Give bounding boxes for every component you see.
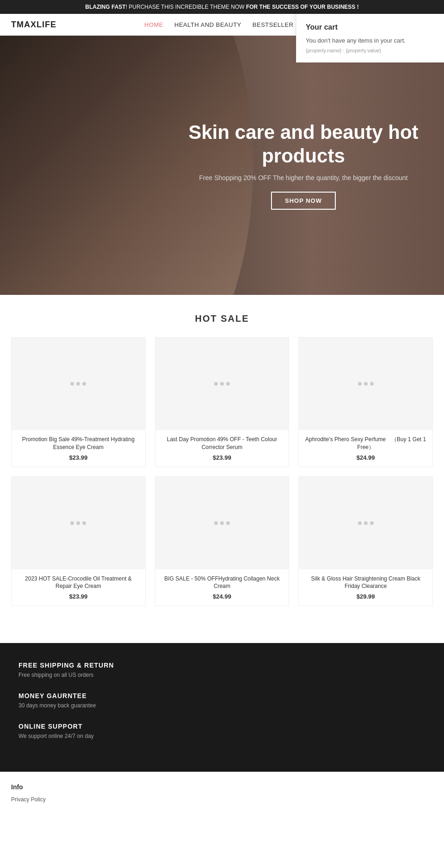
product-price-4: $24.99 (161, 593, 284, 600)
feature-guarantee-desc: 30 days money back guarantee (18, 702, 426, 709)
dot (76, 521, 80, 525)
dot (70, 382, 74, 386)
loading-dots-3 (70, 521, 86, 525)
product-price-5: $29.99 (304, 593, 427, 600)
product-grid-top: Promotion Big Sale 49%-Treatment Hydrati… (11, 337, 433, 467)
shop-now-button[interactable]: SHOP NOW (271, 192, 336, 210)
logo[interactable]: TMAXLIFE (11, 20, 56, 30)
product-image-0 (12, 337, 145, 430)
product-name-2: Aphrodite's Phero Sexy Perfume （Buy 1 Ge… (304, 436, 427, 451)
dot (70, 521, 74, 525)
nav-bestseller[interactable]: BESTSELLER (253, 21, 294, 28)
footer-info-label: Info (11, 783, 433, 791)
privacy-policy-link[interactable]: Privacy Policy (11, 796, 46, 803)
product-grid-bottom: 2023 HOT SALE-Crocodile Oil Treatment & … (11, 476, 433, 606)
product-image-5 (299, 477, 432, 569)
dot (226, 382, 230, 386)
cart-title: Your cart (306, 23, 435, 31)
feature-shipping-desc: Free shipping on all US orders (18, 672, 426, 678)
dot (226, 521, 230, 525)
loading-dots-5 (358, 521, 374, 525)
product-price-3: $23.99 (17, 593, 140, 600)
dot (214, 382, 218, 386)
dot (82, 521, 86, 525)
nav-home[interactable]: HOME (144, 21, 163, 28)
feature-shipping-title: FREE SHIPPING & RETURN (18, 662, 426, 669)
product-card-4[interactable]: BIG SALE - 50% OFFHydrating Collagen Nec… (155, 476, 290, 606)
dot (370, 382, 374, 386)
hero-section: Skin care and beauty hot products Free S… (0, 36, 444, 295)
hot-sale-title: HOT SALE (11, 313, 433, 324)
cart-sidebar: Your cart You don't have any items in yo… (296, 14, 444, 62)
feature-support-title: ONLINE SUPPORT (18, 723, 426, 730)
product-name-1: Last Day Promotion 49% OFF - Teeth Colou… (161, 436, 284, 451)
site-header: TMAXLIFE HOME HEALTH AND BEAUTY BESTSELL… (0, 14, 444, 36)
product-name-4: BIG SALE - 50% OFFHydrating Collagen Nec… (161, 575, 284, 591)
product-info-2: Aphrodite's Phero Sexy Perfume （Buy 1 Ge… (299, 430, 432, 467)
features-section: FREE SHIPPING & RETURN Free shipping on … (0, 643, 444, 772)
product-image-4 (155, 477, 289, 569)
product-info-4: BIG SALE - 50% OFFHydrating Collagen Nec… (155, 569, 289, 606)
loading-dots-0 (70, 382, 86, 386)
loading-dots-2 (358, 382, 374, 386)
feature-shipping: FREE SHIPPING & RETURN Free shipping on … (18, 662, 426, 678)
product-info-1: Last Day Promotion 49% OFF - Teeth Colou… (155, 430, 289, 467)
dot (220, 382, 224, 386)
product-info-5: Silk & Gloss Hair Straightening Cream Bl… (299, 569, 432, 606)
product-card-2[interactable]: Aphrodite's Phero Sexy Perfume （Buy 1 Ge… (298, 337, 433, 467)
announcement-middle: ! PURCHASE THIS INCREDIBLE THEME NOW (126, 4, 246, 10)
cart-empty-message: You don't have any items in your cart. (306, 37, 435, 44)
product-name-3: 2023 HOT SALE-Crocodile Oil Treatment & … (17, 575, 140, 591)
loading-dots-4 (214, 521, 230, 525)
dot (358, 521, 362, 525)
dot (364, 521, 368, 525)
hot-sale-section: HOT SALE Promotion Big Sale 49%-Treatmen… (0, 295, 444, 634)
product-card-0[interactable]: Promotion Big Sale 49%-Treatment Hydrati… (11, 337, 146, 467)
product-card-5[interactable]: Silk & Gloss Hair Straightening Cream Bl… (298, 476, 433, 606)
dot (370, 521, 374, 525)
hero-content: Skin care and beauty hot products Free S… (181, 121, 426, 210)
loading-dots-1 (214, 382, 230, 386)
product-price-2: $24.99 (304, 454, 427, 461)
product-price-0: $23.99 (17, 454, 140, 461)
dot (214, 521, 218, 525)
cart-property-placeholder: {property.name} : {property.value} (306, 48, 435, 53)
product-name-0: Promotion Big Sale 49%-Treatment Hydrati… (17, 436, 140, 451)
announcement-bar: BLAZING FAST! PURCHASE THIS INCREDIBLE T… (0, 0, 444, 14)
feature-guarantee: MONEY GAURNTEE 30 days money back guaran… (18, 692, 426, 709)
hero-subtitle: Free Shopping 20% OFF The higher the qua… (181, 174, 426, 181)
product-price-1: $23.99 (161, 454, 284, 461)
dot (364, 382, 368, 386)
announcement-suffix: FOR THE SUCCESS OF YOUR BUSINESS ! (246, 4, 359, 10)
feature-support-desc: We support online 24/7 on day (18, 733, 426, 739)
dot (358, 382, 362, 386)
feature-guarantee-title: MONEY GAURNTEE (18, 692, 426, 699)
dot (220, 521, 224, 525)
nav-health-beauty[interactable]: HEALTH AND BEAUTY (174, 21, 241, 28)
product-info-3: 2023 HOT SALE-Crocodile Oil Treatment & … (12, 569, 145, 606)
dot (76, 382, 80, 386)
dot (82, 382, 86, 386)
product-name-5: Silk & Gloss Hair Straightening Cream Bl… (304, 575, 427, 591)
site-footer: Info Privacy Policy (0, 772, 444, 814)
product-image-2 (299, 337, 432, 430)
hero-title: Skin care and beauty hot products (181, 121, 426, 168)
announcement-prefix: BLAZING FAST (85, 4, 125, 10)
feature-support: ONLINE SUPPORT We support online 24/7 on… (18, 723, 426, 739)
product-image-1 (155, 337, 289, 430)
product-card-1[interactable]: Last Day Promotion 49% OFF - Teeth Colou… (155, 337, 290, 467)
product-card-3[interactable]: 2023 HOT SALE-Crocodile Oil Treatment & … (11, 476, 146, 606)
product-info-0: Promotion Big Sale 49%-Treatment Hydrati… (12, 430, 145, 467)
product-image-3 (12, 477, 145, 569)
